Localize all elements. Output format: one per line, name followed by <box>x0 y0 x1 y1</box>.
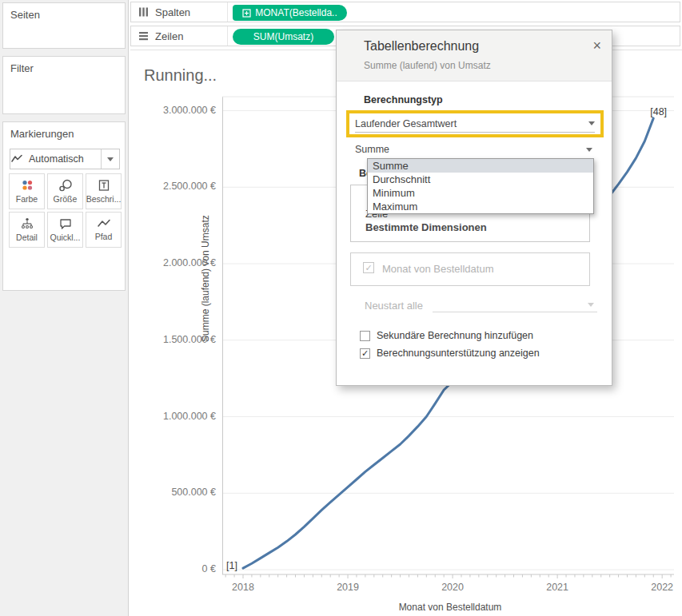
restart-every-dropdown[interactable] <box>433 297 597 312</box>
dialog-header: Tabellenberechnung Summe (laufend) von U… <box>337 30 612 81</box>
calculation-type-dropdown-highlight: Laufender Gesamtwert <box>346 110 604 137</box>
line-mark-icon <box>10 154 23 164</box>
x-axis-title: Monat von Bestelldatum <box>330 602 570 613</box>
aggregation-option-minimum[interactable]: Minimum <box>368 186 593 200</box>
columns-shelf-label: Spalten <box>155 6 190 18</box>
secondary-calculation-label: Sekundäre Berechnung hinzufügen <box>377 330 533 341</box>
left-sidebar: Seiten Filter Markierungen Automatisch <box>0 0 129 616</box>
size-button[interactable]: Größe <box>47 173 83 209</box>
annotation-first-point: [1] <box>226 560 237 571</box>
dimension-checkbox-label: Monat von Bestelldatum <box>382 263 493 275</box>
aggregation-dropdown[interactable]: Summe <box>355 142 592 157</box>
pill-sum-umsatz[interactable]: SUM(Umsatz) <box>233 29 334 45</box>
size-button-label: Größe <box>54 194 78 204</box>
tooltip-button[interactable]: Quickl... <box>47 212 83 248</box>
color-dots-icon <box>21 179 34 192</box>
size-circles-icon <box>58 179 73 192</box>
mark-type-dropdown[interactable]: Automatisch <box>10 149 120 169</box>
chevron-down-icon <box>586 148 592 152</box>
filters-shelf-label: Filter <box>10 62 34 74</box>
path-button-label: Pfad <box>95 232 113 241</box>
rows-shelf-label: Zeilen <box>155 30 183 42</box>
calculation-assistance-label: Berechnungsunterstützung anzeigen <box>377 348 540 359</box>
color-button-label: Farbe <box>16 194 38 204</box>
aggregation-value: Summe <box>355 144 389 155</box>
compute-using-item-bestimmte-dimensionen[interactable]: Bestimmte Dimensionen <box>365 221 487 233</box>
label-t-icon <box>98 179 110 192</box>
y-tick-label: 2.000.000 € <box>130 257 216 268</box>
secondary-calculation-row: Sekundäre Berechnung hinzufügen <box>360 330 533 341</box>
y-tick-label: 1.500.000 € <box>130 334 216 345</box>
detail-button-label: Detail <box>16 232 38 242</box>
marks-buttons-grid: Farbe Größe Beschri... <box>9 173 122 248</box>
label-button[interactable]: Beschri... <box>86 173 122 209</box>
secondary-calculation-checkbox[interactable] <box>360 331 370 341</box>
annotation-last-point: [48] <box>650 106 667 117</box>
pages-shelf[interactable]: Seiten <box>2 2 126 49</box>
y-tick-label: 3.000.000 € <box>130 105 216 116</box>
y-tick-label: 1.000.000 € <box>130 411 216 422</box>
calculation-assistance-row: ✓ Berechnungsunterstützung anzeigen <box>360 348 540 359</box>
columns-shelf-header: Spalten <box>131 2 228 22</box>
columns-icon <box>138 7 149 17</box>
chevron-down-icon <box>107 157 114 161</box>
aggregation-option-durchschnitt[interactable]: Durchschnitt <box>368 173 593 186</box>
chevron-down-icon <box>588 121 595 125</box>
marks-card: Markierungen Automatisch Farbe <box>2 121 126 291</box>
y-tick-label: 2.500.000 € <box>130 181 216 192</box>
plus-box-icon <box>242 9 251 18</box>
columns-shelf[interactable]: Spalten MONAT(Bestellda.. <box>130 2 680 22</box>
restart-every-label: Neustart alle <box>365 300 423 312</box>
pill-sum-label: SUM(Umsatz) <box>253 31 313 42</box>
pages-shelf-label: Seiten <box>10 9 40 21</box>
y-tick-label: 500.000 € <box>130 487 216 498</box>
rows-icon <box>138 31 149 41</box>
y-axis-title: Summe (laufend) von Umsatz <box>200 215 211 342</box>
detail-button[interactable]: Detail <box>9 212 45 248</box>
path-button[interactable]: Pfad <box>86 212 122 248</box>
filters-shelf[interactable]: Filter <box>2 56 126 114</box>
x-tick-label: 2019 <box>324 582 372 593</box>
color-button[interactable]: Farbe <box>9 173 45 209</box>
rows-shelf-header: Zeilen <box>131 26 228 46</box>
detail-tree-icon <box>21 217 34 230</box>
mark-type-value: Automatisch <box>29 153 101 165</box>
pill-monat-label: MONAT(Bestellda.. <box>255 7 337 18</box>
dialog-subtitle: Summe (laufend) von Umsatz <box>364 60 491 71</box>
path-zigzag-icon <box>97 218 111 229</box>
calculation-type-dropdown[interactable]: Laufender Gesamtwert <box>355 115 595 133</box>
aggregation-option-summe[interactable]: Summe <box>368 159 593 173</box>
calculation-assistance-checkbox[interactable]: ✓ <box>360 348 370 359</box>
x-tick-label: 2018 <box>219 582 267 593</box>
dialog-title: Tabellenberechnung <box>364 39 479 54</box>
chevron-down-icon <box>588 303 594 307</box>
aggregation-option-maximum[interactable]: Maximum <box>368 200 593 213</box>
y-tick-label: 0 € <box>130 563 216 574</box>
dimension-checkbox[interactable]: ✓ <box>363 262 374 273</box>
tooltip-bubble-icon <box>58 217 73 230</box>
x-tick-label: 2020 <box>429 582 477 593</box>
table-calculation-dialog: Tabellenberechnung Summe (laufend) von U… <box>336 30 612 386</box>
label-button-label: Beschri... <box>86 194 122 204</box>
sheet-title: Running... <box>144 66 217 85</box>
x-tick-label: 2021 <box>533 582 581 593</box>
pill-monat-bestelldatum[interactable]: MONAT(Bestellda.. <box>233 5 347 21</box>
aggregation-options-list: Summe Durchschnitt Minimum Maximum <box>367 158 594 214</box>
close-icon[interactable]: × <box>592 38 601 54</box>
marks-card-title: Markierungen <box>10 128 74 140</box>
tooltip-button-label: Quickl... <box>50 232 81 242</box>
tableau-workspace: Seiten Filter Markierungen Automatisch <box>0 0 682 616</box>
mark-type-arrow-button[interactable] <box>101 149 119 169</box>
x-tick-label: 2022 <box>638 582 682 593</box>
dimension-list-box: ✓ Monat von Bestelldatum <box>350 252 590 286</box>
calculation-type-value: Laufender Gesamtwert <box>355 118 457 129</box>
calculation-type-label: Berechnungstyp <box>364 94 443 105</box>
